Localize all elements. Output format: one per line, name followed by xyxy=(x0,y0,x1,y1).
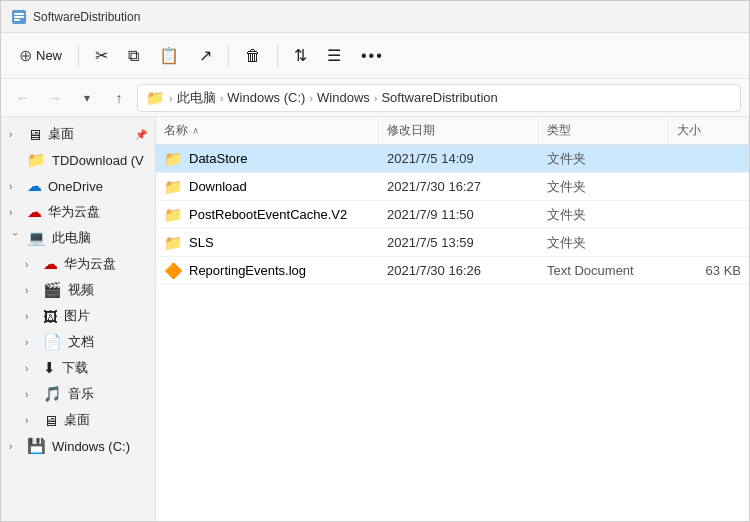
sort-button[interactable]: ⇅ xyxy=(286,41,315,70)
col-name-label: 名称 xyxy=(164,122,188,139)
copy-path-button[interactable]: ⧉ xyxy=(120,42,147,70)
share-button[interactable]: ↗ xyxy=(191,41,220,70)
folder-icon-datastore: 📁 xyxy=(164,150,183,168)
title-bar: SoftwareDistribution xyxy=(1,1,749,33)
file-name-postreboot: PostRebootEventCache.V2 xyxy=(189,207,347,222)
sidebar-item-huawei-cloud[interactable]: › ☁ 华为云盘 xyxy=(1,199,155,225)
table-row[interactable]: 📁 DataStore 2021/7/5 14:09 文件夹 xyxy=(156,145,749,173)
breadcrumb-sep-2: › xyxy=(309,92,313,104)
table-row[interactable]: 🔶 ReportingEvents.log 2021/7/30 16:26 Te… xyxy=(156,257,749,285)
more-button[interactable]: ••• xyxy=(353,42,392,70)
view-button[interactable]: ☰ xyxy=(319,41,349,70)
sidebar-item-onedrive[interactable]: › ☁ OneDrive xyxy=(1,173,155,199)
sidebar-label-desktop1: 桌面 xyxy=(48,125,74,143)
back-button[interactable]: ← xyxy=(9,84,37,112)
video-icon: 🎬 xyxy=(43,281,62,299)
svg-rect-2 xyxy=(14,16,24,18)
huawei-cloud2-icon: ☁ xyxy=(43,255,58,273)
this-pc-icon: 💻 xyxy=(27,229,46,247)
file-date-download: 2021/7/30 16:27 xyxy=(379,179,539,194)
back-icon: ← xyxy=(16,90,30,106)
table-row[interactable]: 📁 SLS 2021/7/5 13:59 文件夹 xyxy=(156,229,749,257)
col-header-name[interactable]: 名称 ∧ xyxy=(156,117,379,144)
breadcrumb: 📁 › 此电脑 › Windows (C:) › Windows › Softw… xyxy=(137,84,741,112)
sidebar-item-desktop2[interactable]: › 🖥 桌面 xyxy=(1,407,155,433)
delete-icon: 🗑 xyxy=(245,47,261,65)
sidebar-item-windows-c[interactable]: › 💾 Windows (C:) xyxy=(1,433,155,459)
view-icon: ☰ xyxy=(327,46,341,65)
col-date-label: 修改日期 xyxy=(387,122,435,139)
file-type-download: 文件夹 xyxy=(539,178,669,196)
forward-icon: → xyxy=(48,90,62,106)
folder-icon-postreboot: 📁 xyxy=(164,206,183,224)
windows-c-icon: 💾 xyxy=(27,437,46,455)
sidebar-label-this-pc: 此电脑 xyxy=(52,229,91,247)
sidebar-label-huawei-cloud: 华为云盘 xyxy=(48,203,100,221)
sidebar: › 🖥 桌面 📌 📁 TDDownload (V › ☁ OneDrive › … xyxy=(1,117,156,522)
sidebar-item-desktop1[interactable]: › 🖥 桌面 📌 xyxy=(1,121,155,147)
table-row[interactable]: 📁 PostRebootEventCache.V2 2021/7/9 11:50… xyxy=(156,201,749,229)
main-content: › 🖥 桌面 📌 📁 TDDownload (V › ☁ OneDrive › … xyxy=(1,117,749,522)
app-icon xyxy=(11,9,27,25)
paste-button[interactable]: 📋 xyxy=(151,41,187,70)
svg-rect-1 xyxy=(14,13,24,15)
expand-arrow-downloads: › xyxy=(25,363,37,374)
address-bar: ← → ▾ ↑ 📁 › 此电脑 › Windows (C:) › Windows… xyxy=(1,79,749,117)
file-name-datastore: DataStore xyxy=(189,151,248,166)
desktop2-icon: 🖥 xyxy=(43,412,58,429)
sidebar-item-video[interactable]: › 🎬 视频 xyxy=(1,277,155,303)
sidebar-item-music[interactable]: › 🎵 音乐 xyxy=(1,381,155,407)
breadcrumb-item-0[interactable]: 此电脑 xyxy=(177,89,216,107)
sidebar-item-documents[interactable]: › 📄 文档 xyxy=(1,329,155,355)
sidebar-item-downloads[interactable]: › ⬇ 下载 xyxy=(1,355,155,381)
breadcrumb-item-1[interactable]: Windows (C:) xyxy=(227,90,305,105)
forward-button[interactable]: → xyxy=(41,84,69,112)
file-name-download: Download xyxy=(189,179,247,194)
sidebar-item-this-pc[interactable]: › 💻 此电脑 xyxy=(1,225,155,251)
expand-arrow-video: › xyxy=(25,285,37,296)
delete-button[interactable]: 🗑 xyxy=(237,42,269,70)
sidebar-item-pictures[interactable]: › 🖼 图片 xyxy=(1,303,155,329)
sidebar-label-onedrive: OneDrive xyxy=(48,179,103,194)
sort-arrow-name: ∧ xyxy=(192,125,199,136)
col-header-type[interactable]: 类型 xyxy=(539,117,669,144)
file-name-reportingevents: ReportingEvents.log xyxy=(189,263,306,278)
sidebar-item-huawei-cloud2[interactable]: › ☁ 华为云盘 xyxy=(1,251,155,277)
sidebar-label-huawei-cloud2: 华为云盘 xyxy=(64,255,116,273)
pin-icon-desktop1: 📌 xyxy=(135,129,147,140)
col-header-date[interactable]: 修改日期 xyxy=(379,117,539,144)
pictures-icon: 🖼 xyxy=(43,308,58,325)
expand-arrow-windows-c: › xyxy=(9,441,21,452)
expand-arrow-documents: › xyxy=(25,337,37,348)
breadcrumb-item-2[interactable]: Windows xyxy=(317,90,370,105)
sidebar-label-tddownload: TDDownload (V xyxy=(52,153,144,168)
up-button[interactable]: ↑ xyxy=(105,84,133,112)
expand-arrow-desktop2: › xyxy=(25,415,37,426)
expand-arrow-huawei: › xyxy=(9,207,21,218)
sidebar-label-video: 视频 xyxy=(68,281,94,299)
file-name-cell: 🔶 ReportingEvents.log xyxy=(156,262,379,280)
file-type-datastore: 文件夹 xyxy=(539,150,669,168)
expand-arrow-pictures: › xyxy=(25,311,37,322)
breadcrumb-sep-1: › xyxy=(220,92,224,104)
toolbar: ⊕ New ✂ ⧉ 📋 ↗ 🗑 ⇅ ☰ ••• xyxy=(1,33,749,79)
up-icon: ↑ xyxy=(116,90,123,106)
paste-icon: 📋 xyxy=(159,46,179,65)
breadcrumb-sep-0: › xyxy=(169,92,173,104)
more-icon: ••• xyxy=(361,47,384,65)
table-row[interactable]: 📁 Download 2021/7/30 16:27 文件夹 xyxy=(156,173,749,201)
new-button[interactable]: ⊕ New xyxy=(11,41,70,70)
downloads-icon: ⬇ xyxy=(43,359,56,377)
breadcrumb-item-3[interactable]: SoftwareDistribution xyxy=(381,90,497,105)
sidebar-item-tddownload[interactable]: 📁 TDDownload (V xyxy=(1,147,155,173)
folder-icon-download: 📁 xyxy=(164,178,183,196)
folder-icon-sls: 📁 xyxy=(164,234,183,252)
cut-button[interactable]: ✂ xyxy=(87,41,116,70)
recent-button[interactable]: ▾ xyxy=(73,84,101,112)
file-size-reportingevents: 63 KB xyxy=(669,263,749,278)
col-header-size[interactable]: 大小 xyxy=(669,117,749,144)
sidebar-label-desktop2: 桌面 xyxy=(64,411,90,429)
toolbar-sep-3 xyxy=(277,44,278,68)
expand-arrow-huawei2: › xyxy=(25,259,37,270)
copy-path-icon: ⧉ xyxy=(128,47,139,65)
